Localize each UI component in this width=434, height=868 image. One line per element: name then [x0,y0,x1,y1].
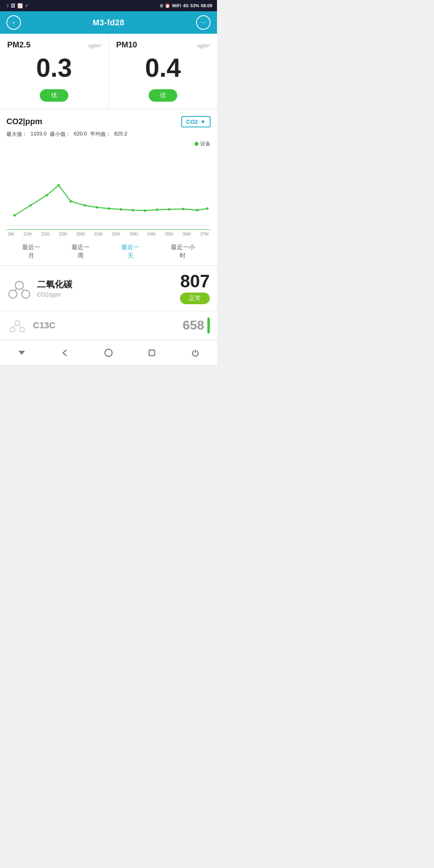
time-btn-week[interactable]: 最近一周 [72,243,90,260]
partial-next-card: C13C 658 [0,311,217,340]
min-label: 最小值： [50,131,71,138]
chart-dot [57,184,60,186]
chart-dot [108,207,110,210]
more-icon: ··· [201,19,206,26]
time-btn-day[interactable]: 最近一天 [121,243,139,260]
co2-dropdown-label: CO2 [186,119,198,125]
x-label: 06时 [183,231,191,237]
time-range-selector: 最近一月 最近一周 最近一天 最近一小时 [6,237,211,265]
x-label: 22时 [41,231,50,237]
partial-icon [7,315,27,336]
chart-dot [45,194,48,197]
status-right: ⊙ ⏰ WiFi 4G 53% 08:09 [160,3,212,8]
nav-home-button[interactable] [100,345,117,361]
co2-dropdown[interactable]: CO2 ▼ [181,116,211,127]
chart-dot [132,209,134,211]
partial-sensor-icon [9,317,25,334]
x-label: 04时 [147,231,156,237]
x-label: 23时 [59,231,68,237]
x-label: 21时 [23,231,32,237]
chart-dot [168,208,170,211]
x-axis: 0时 21时 22时 23时 00时 01时 02时 03时 04时 05时 0… [6,229,211,237]
pm-cards-row: PM2.5 ug/m³ 0.3 优 PM10 ug/m³ 0.4 优 [0,34,217,109]
x-label: 07时 [201,231,209,237]
molecule-icon [8,276,31,300]
chart-dot [120,208,122,211]
back-button[interactable]: ‹ [6,15,21,30]
chart-dot [206,207,209,210]
x-label: 0时 [8,231,14,237]
page-title: M3-fd28 [92,18,124,27]
sensor-co2-badge: 正常 [180,293,210,304]
svg-point-2 [9,290,17,298]
co2-chart [6,149,211,229]
menu-button[interactable]: ··· [196,15,211,30]
min-value: 620.0 [74,131,87,138]
x-label: 02时 [112,231,121,237]
image-icon: 🖼 [11,3,15,8]
chart-dot [13,214,16,217]
nav-home-icon [104,348,113,357]
partial-value: 658 [183,318,204,333]
co2-section: CO2|ppm CO2 ▼ 最大值： 1103.0 最小值： 620.0 平均值… [0,110,217,265]
chart-dot [156,209,158,211]
svg-rect-13 [149,350,155,356]
nav-power-icon [191,348,200,357]
pm10-title: PM10 [116,40,137,49]
avg-label: 平均值： [90,131,111,138]
chart-dot [84,204,86,207]
alarm-icon: ⏰ [165,3,170,8]
signal-label: 4G [183,3,189,8]
nav-down-button[interactable] [13,345,31,361]
partial-right: 658 [183,317,210,334]
x-label: 01时 [94,231,103,237]
nav-back-button[interactable] [56,345,74,361]
nav-square-button[interactable] [143,345,161,361]
x-label: 00时 [77,231,85,237]
max-value: 1103.0 [31,131,47,138]
x-label: 03时 [130,231,138,237]
pm10-value: 0.4 [116,53,210,84]
back-icon: ‹ [12,19,14,26]
svg-line-9 [14,325,15,328]
nav-square-icon [148,349,156,357]
sensor-co2-value: 807 [180,272,210,290]
chart-dot [182,208,184,210]
nav-power-button[interactable] [186,345,204,361]
status-bar: ☽ 🖼 📈 ✓ ⊙ ⏰ WiFi 4G 53% 08:09 [0,0,217,11]
chart-dot [96,206,98,209]
chart-svg [6,149,211,229]
chart-legend: 设备 [6,140,211,147]
legend-dot [194,142,199,146]
network-icon: ⊙ [160,3,163,8]
co2-polyline [14,185,207,215]
svg-line-10 [19,325,20,328]
chart-dot [70,200,72,203]
svg-point-3 [22,290,30,298]
moon-icon: ☽ [5,3,9,8]
battery-label: 53% [190,3,199,8]
pm25-badge: 优 [40,89,68,102]
x-label: 05时 [165,231,174,237]
time-label: 08:09 [201,3,212,8]
svg-marker-11 [18,351,25,355]
time-btn-month[interactable]: 最近一月 [22,243,40,260]
legend-label: 设备 [200,140,211,147]
chart-dot [144,209,146,212]
status-icons: ☽ 🖼 📈 ✓ [5,3,29,8]
pm10-unit: ug/m³ [197,43,210,49]
sensor-co2-info: 二氧化碳 CO2/ppm [37,278,174,298]
partial-indicator [207,317,210,334]
nav-back-icon [61,348,70,357]
co2-header: CO2|ppm CO2 ▼ [6,116,211,127]
pm25-card: PM2.5 ug/m³ 0.3 优 [0,34,108,109]
partial-text: C13C [33,320,177,331]
pm25-value: 0.3 [7,53,101,84]
co2-title: CO2|ppm [6,117,42,126]
chart-dot [29,204,32,207]
chart-dot [196,209,199,211]
sensor-co2-sub: CO2/ppm [37,291,174,298]
sensor-co2-name: 二氧化碳 [37,278,174,291]
sensor-co2-card: 二氧化碳 CO2/ppm 807 正常 [0,266,217,311]
time-btn-hour[interactable]: 最近一小时 [171,243,195,260]
